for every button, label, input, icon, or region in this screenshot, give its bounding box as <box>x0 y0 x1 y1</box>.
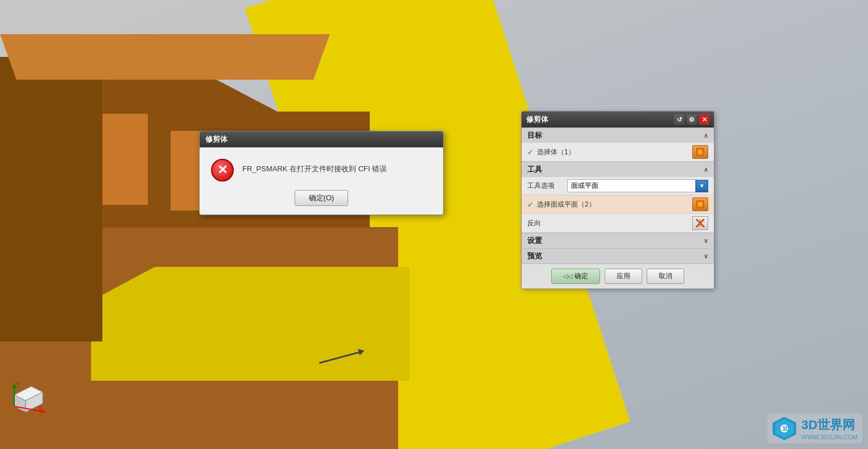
watermark-logo-icon: 3D <box>772 416 797 441</box>
settings-section-header: 设置 ∨ <box>522 233 714 248</box>
watermark: 3D 3D世界网 WWW.3DSJW.COM <box>767 414 862 443</box>
axis-indicator: X Y <box>11 381 46 415</box>
viewport: X Y <box>0 0 868 449</box>
error-dialog-body: ✕ FR_PSMARK 在打开文件时接收到 CFI 错误 <box>200 147 443 190</box>
panel-titlebar: 修剪体 ↺ ⚙ ✕ <box>522 112 714 127</box>
yellow-floor <box>91 267 410 381</box>
reverse-label: 反向 <box>527 219 692 228</box>
panel-title: 修剪体 <box>526 114 548 125</box>
tools-section-arrow: ∧ <box>704 166 708 174</box>
panel-title-controls: ↺ ⚙ ✕ <box>674 114 709 125</box>
confirm-arrows-icon: ◁◁ <box>563 273 572 280</box>
target-section-arrow: ∧ <box>704 132 708 139</box>
error-dialog-titlebar: 修剪体 <box>200 131 443 147</box>
reverse-button[interactable] <box>692 216 708 230</box>
error-message: FR_PSMARK 在打开文件时接收到 CFI 错误 <box>242 159 387 175</box>
watermark-url: WWW.3DSJW.COM <box>801 434 858 440</box>
panel-footer: ◁◁ 确定 应用 取消 <box>522 263 714 289</box>
panel-close-button[interactable]: ✕ <box>699 114 709 125</box>
apply-button[interactable]: 应用 <box>605 269 642 284</box>
brown-left-wall <box>0 57 102 341</box>
ok-button[interactable]: 确定(O) <box>295 190 349 206</box>
preview-section-arrow: ∨ <box>704 253 708 260</box>
brown-notch1 <box>102 114 148 205</box>
confirm-label: 确定 <box>574 271 588 281</box>
preview-section-header: 预览 ∨ <box>522 248 714 263</box>
error-dialog-title: 修剪体 <box>205 134 228 145</box>
select-face-row: ✓ 选择面或平面（2） <box>522 195 714 214</box>
preview-section-label: 预览 <box>527 251 542 261</box>
select-face-button[interactable] <box>692 197 708 211</box>
tools-section-label: 工具 <box>527 164 542 175</box>
right-panel: 修剪体 ↺ ⚙ ✕ 目标 ∧ ✓ 选择体（1） 工具 ∧ 工具选项 面或平面 <box>521 111 714 289</box>
error-icon: ✕ <box>211 159 234 182</box>
watermark-text: 3D世界网 WWW.3DSJW.COM <box>801 417 858 440</box>
tool-option-label: 工具选项 <box>527 181 567 191</box>
select-body-row: ✓ 选择体（1） <box>522 143 714 162</box>
settings-section-label: 设置 <box>527 236 542 246</box>
tool-option-row: 工具选项 面或平面 ▼ <box>522 177 714 195</box>
target-section-label: 目标 <box>527 130 542 141</box>
select-body-button[interactable] <box>692 145 708 159</box>
panel-back-button[interactable]: ↺ <box>674 114 684 125</box>
svg-rect-15 <box>698 203 702 206</box>
tool-option-dropdown-button[interactable]: ▼ <box>696 180 708 192</box>
tool-option-select[interactable]: 面或平面 <box>567 179 696 192</box>
brown-top-surface <box>0 34 330 80</box>
error-dialog: 修剪体 ✕ FR_PSMARK 在打开文件时接收到 CFI 错误 确定(O) <box>199 131 444 215</box>
cancel-button[interactable]: 取消 <box>647 269 684 284</box>
svg-rect-12 <box>698 150 702 154</box>
select-face-check-icon: ✓ <box>527 200 534 209</box>
watermark-title: 3D世界网 <box>801 417 858 434</box>
svg-text:X: X <box>38 405 42 411</box>
tools-section-header: 工具 ∧ <box>522 162 714 177</box>
select-body-label: 选择体（1） <box>537 147 692 157</box>
svg-text:3D: 3D <box>782 426 790 432</box>
target-section-header: 目标 ∧ <box>522 127 714 143</box>
select-face-label: 选择面或平面（2） <box>537 200 692 209</box>
settings-section-arrow: ∨ <box>704 237 708 245</box>
reverse-row: 反向 <box>522 214 714 233</box>
panel-settings-button[interactable]: ⚙ <box>687 114 697 125</box>
select-body-check-icon: ✓ <box>527 148 534 156</box>
confirm-button[interactable]: ◁◁ 确定 <box>551 269 600 284</box>
tool-option-value: 面或平面 <box>571 181 598 191</box>
error-dialog-footer: 确定(O) <box>200 190 443 215</box>
svg-text:Y: Y <box>16 381 20 388</box>
